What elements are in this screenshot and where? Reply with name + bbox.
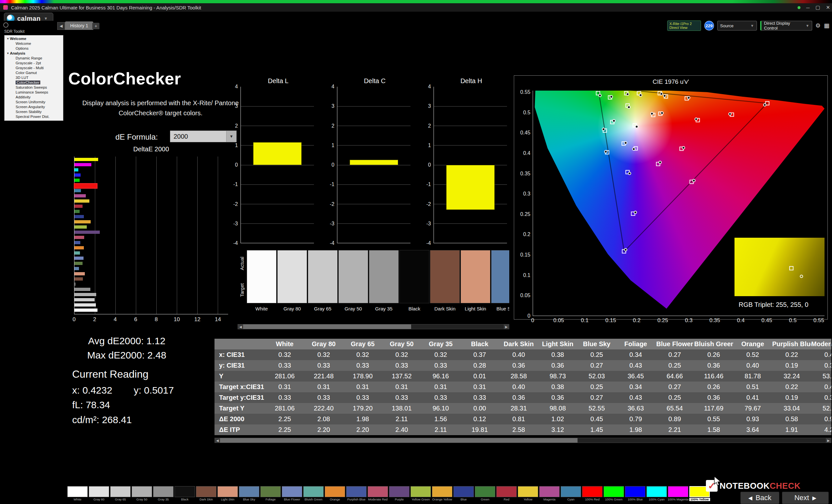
sidebar-item-screen-angularity[interactable]: Screen Angularity (4, 104, 63, 109)
palette-patch-blue-sky[interactable]: Blue Sky (238, 486, 260, 501)
palette-patch-bluish-green[interactable]: Bluish Green (303, 486, 324, 501)
palette-patch-gray-80[interactable]: Gray 80 (88, 486, 109, 501)
sidebar-item-welcome[interactable]: Welcome (4, 41, 63, 46)
palette-patch-gray-65[interactable]: Gray 65 (110, 486, 131, 501)
sidebar-item-grayscale-2pt[interactable]: Grayscale - 2pt (4, 60, 63, 65)
sidebar-item-screen-uniformity[interactable]: Screen Uniformity (4, 100, 63, 104)
patch-gray-35[interactable]: Gray 35 (369, 250, 399, 317)
palette-patch-orange-yellow[interactable]: Orange Yellow (432, 486, 453, 501)
table-cell: 0.12 (460, 414, 499, 424)
measured-marker-orange (687, 96, 690, 100)
scroll-right-icon[interactable]: ▶ (504, 325, 509, 329)
patch-gray-65[interactable]: Gray 65 (308, 250, 338, 317)
sidebar-item-label: 3D LUT (16, 76, 29, 80)
row-label: Y (214, 371, 265, 382)
patch-gray-50[interactable]: Gray 50 (338, 250, 368, 317)
patch-blue-sky[interactable]: Blue Sky (491, 250, 509, 317)
palette-swatch (239, 486, 259, 497)
gear-icon[interactable]: ⚙ (815, 22, 821, 29)
palette-patch-orange[interactable]: Orange (324, 486, 345, 501)
direct-display-control-dropdown[interactable]: Direct Display Control ▼ (760, 21, 812, 30)
palette-label: Yellow Green (411, 498, 431, 501)
source-dropdown[interactable]: Source ▼ (717, 21, 757, 30)
sidebar-tree: ▾WelcomeWelcomeOptions▾AnalysisDynamic R… (4, 36, 63, 119)
table-cell: 2.20 (304, 424, 343, 435)
cie-panel: CIE 1976 u'v' 0.550.50.450.40.350.30.250… (514, 75, 828, 319)
palette-patch-100-blue[interactable]: 100% Blue (625, 486, 646, 501)
back-button[interactable]: ◀ Back (740, 492, 779, 504)
palette-patch-green[interactable]: Green (474, 486, 496, 501)
sidebar-item-color-gamut[interactable]: Color Gamut (4, 70, 63, 75)
palette-patch-foliage[interactable]: Foliage (260, 486, 281, 501)
sidebar-item-colorchecker[interactable]: ColorChecker (4, 80, 63, 85)
palette-patch-purplish-blue[interactable]: Purplish Blue (346, 486, 367, 501)
scroll-left-icon[interactable]: ◀ (238, 325, 243, 329)
sidebar-item-spectral-power-dist[interactable]: Spectral Power Dist. (4, 114, 63, 119)
patch-gray-80[interactable]: Gray 80 (277, 250, 307, 317)
palette-patch-black[interactable]: Black (174, 486, 195, 501)
table-cell: 32.24 (772, 371, 811, 382)
palette-patch-gray-35[interactable]: Gray 35 (153, 486, 174, 501)
measured-marker-yellow (660, 92, 663, 95)
tab-scroll-left-button[interactable]: ◀ (57, 22, 65, 30)
sidebar-item-additivity[interactable]: Additivity (4, 94, 63, 100)
sidebar-item-options[interactable]: Options (4, 46, 63, 51)
sidebar-item-3d-lut[interactable]: 3D LUT (4, 75, 63, 80)
sidebar-item-luminance-sweeps[interactable]: Luminance Sweeps (4, 90, 63, 94)
maximize-button[interactable]: ▢ (815, 4, 820, 10)
palette-patch-cyan[interactable]: Cyan (560, 486, 581, 501)
sidebar-item-saturation-sweeps[interactable]: Saturation Sweeps (4, 85, 63, 90)
scroll-left-icon[interactable]: ◀ (215, 438, 220, 443)
sidebar-item-welcome[interactable]: ▾Welcome (4, 36, 63, 41)
add-tab-button[interactable]: + (92, 23, 100, 29)
palette-patch-100-green[interactable]: 100% Green (603, 486, 624, 501)
palette-patch-100-magenta[interactable]: 100% Magenta (668, 486, 689, 501)
axis-tick-label: 0.55 (813, 317, 824, 324)
table-scrollbar[interactable]: ◀ ▶ (214, 438, 831, 443)
page-title: ColorChecker (68, 69, 181, 88)
layout-icon[interactable]: ▦ (824, 22, 829, 29)
meter-button[interactable]: X-Rite i1Pro 2 Direct View (667, 21, 701, 31)
axis-tick-label: 0.25 (657, 317, 668, 324)
sidebar-item-grayscale-multi[interactable]: Grayscale - Multi (4, 65, 63, 70)
palette-patch-gray-50[interactable]: Gray 50 (131, 486, 152, 501)
deltae-bar-orange (74, 246, 84, 249)
sidebar-item-dynamic-range[interactable]: Dynamic Range (4, 56, 63, 60)
sidebar-item-analysis[interactable]: ▾Analysis (4, 51, 63, 56)
swatch-scrollbar[interactable]: ◀ ▶ (238, 324, 509, 329)
table-cell: 19.81 (460, 424, 499, 435)
next-button[interactable]: Next ▶ (782, 492, 829, 504)
scroll-right-icon[interactable]: ▶ (826, 438, 831, 443)
palette-patch-moderate-red[interactable]: Moderate Red (367, 486, 388, 501)
palette-patch-blue-flower[interactable]: Blue Flower (282, 486, 303, 501)
patch-swatch (308, 250, 338, 303)
palette-patch-purple[interactable]: Purple (389, 486, 410, 501)
palette-patch-red[interactable]: Red (496, 486, 517, 501)
palette-patch-100-red[interactable]: 100% Red (582, 486, 603, 501)
palette-patch-light-skin[interactable]: Light Skin (217, 486, 238, 501)
axis-tick-label: 0.3 (685, 317, 693, 324)
close-button[interactable]: ✕ (826, 4, 830, 10)
axis-tick-label: 0.5 (789, 317, 797, 324)
scrollbar-thumb[interactable] (220, 438, 577, 443)
tab-history-1[interactable]: History 1 (65, 22, 93, 30)
patch-dark-skin[interactable]: Dark Skin (430, 250, 460, 317)
palette-patch-yellow-green[interactable]: Yellow Green (410, 486, 431, 501)
patch-black[interactable]: Black (399, 250, 429, 317)
palette-patch-dark-skin[interactable]: Dark Skin (196, 486, 217, 501)
palette-patch-white[interactable]: White (67, 486, 88, 501)
sidebar-item-screen-stability[interactable]: Screen Stability (4, 109, 63, 114)
palette-patch-magenta[interactable]: Magenta (539, 486, 560, 501)
palette-patch-blue[interactable]: Blue (453, 486, 474, 501)
reading-count-badge[interactable]: 229 (704, 21, 714, 30)
patch-white[interactable]: White (247, 250, 277, 317)
column-header-foliage: Foliage (616, 339, 655, 349)
minimize-button[interactable]: ─ (806, 5, 810, 10)
de-formula-select[interactable]: 2000 ▼ (170, 131, 237, 142)
scrollbar-thumb[interactable] (243, 325, 411, 329)
palette-patch-yellow[interactable]: Yellow (517, 486, 539, 501)
palette-label: Purple (389, 498, 410, 501)
table-cell: 3.12 (538, 424, 577, 435)
palette-patch-100-cyan[interactable]: 100% Cyan (646, 486, 667, 501)
patch-light-skin[interactable]: Light Skin (461, 250, 490, 317)
